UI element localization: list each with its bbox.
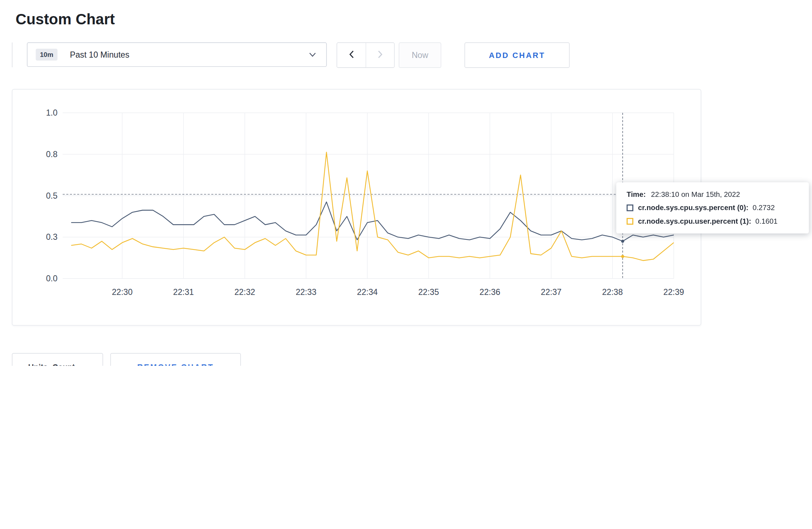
svg-text:0.5: 0.5 [46, 191, 57, 200]
custom-chart-page: Custom Chart 10m Past 10 Minutes Now ADD… [0, 0, 812, 366]
svg-text:22:36: 22:36 [479, 287, 500, 297]
svg-text:22:38: 22:38 [602, 287, 623, 297]
units-label: Units: Count [28, 363, 75, 366]
svg-text:0.0: 0.0 [46, 274, 57, 283]
units-select[interactable]: Units: Count [12, 353, 103, 366]
svg-text:22:32: 22:32 [235, 287, 255, 297]
series-swatch-icon [627, 218, 633, 224]
svg-text:22:31: 22:31 [173, 287, 194, 297]
svg-text:22:33: 22:33 [296, 287, 316, 297]
time-window-label: Past 10 Minutes [70, 50, 129, 59]
tooltip-series-row: cr.node.sys.cpu.user.percent (1): 0.1601 [627, 217, 798, 225]
svg-text:0.8: 0.8 [46, 150, 57, 159]
page-title: Custom Chart [15, 11, 115, 28]
svg-text:0.3: 0.3 [46, 232, 57, 242]
chevron-down-icon [81, 363, 87, 366]
tooltip-series-label: cr.node.sys.cpu.user.percent (1): [638, 217, 751, 225]
svg-text:22:34: 22:34 [357, 287, 378, 297]
toolbar-divider [12, 43, 12, 67]
next-interval-button[interactable] [366, 43, 394, 67]
tooltip-time-label: Time: [627, 190, 646, 198]
chart-card: 0.00.30.50.81.022:3022:3122:3222:3322:34… [12, 89, 701, 326]
remove-chart-button[interactable]: REMOVE CHART [110, 353, 241, 366]
svg-text:22:39: 22:39 [663, 287, 684, 297]
add-chart-button[interactable]: ADD CHART [464, 43, 570, 68]
time-window-badge: 10m [36, 49, 58, 60]
tooltip-time-value: 22:38:10 on Mar 15th, 2022 [651, 190, 740, 198]
chevron-down-icon [309, 52, 316, 57]
time-pager [337, 43, 395, 68]
tooltip-series-row: cr.node.sys.cpu.sys.percent (0): 0.2732 [627, 203, 798, 212]
time-window-select[interactable]: 10m Past 10 Minutes [27, 43, 327, 67]
chevron-left-icon [349, 50, 354, 60]
tooltip-time: Time:22:38:10 on Mar 15th, 2022 [627, 190, 798, 198]
prev-interval-button[interactable] [337, 43, 366, 67]
chart-canvas[interactable]: 0.00.30.50.81.022:3022:3122:3222:3322:34… [13, 89, 701, 325]
now-button[interactable]: Now [399, 43, 441, 68]
tooltip-series-label: cr.node.sys.cpu.sys.percent (0): [638, 203, 748, 212]
chart-tooltip: Time:22:38:10 on Mar 15th, 2022 cr.node.… [616, 182, 809, 233]
svg-text:22:35: 22:35 [418, 287, 439, 297]
chevron-right-icon [377, 50, 382, 60]
tooltip-series-value: 0.2732 [753, 203, 775, 212]
svg-text:1.0: 1.0 [46, 108, 57, 117]
svg-text:22:30: 22:30 [112, 287, 132, 297]
series-swatch-icon [627, 204, 633, 211]
tooltip-series-value: 0.1601 [755, 217, 778, 225]
svg-text:22:37: 22:37 [541, 287, 562, 297]
